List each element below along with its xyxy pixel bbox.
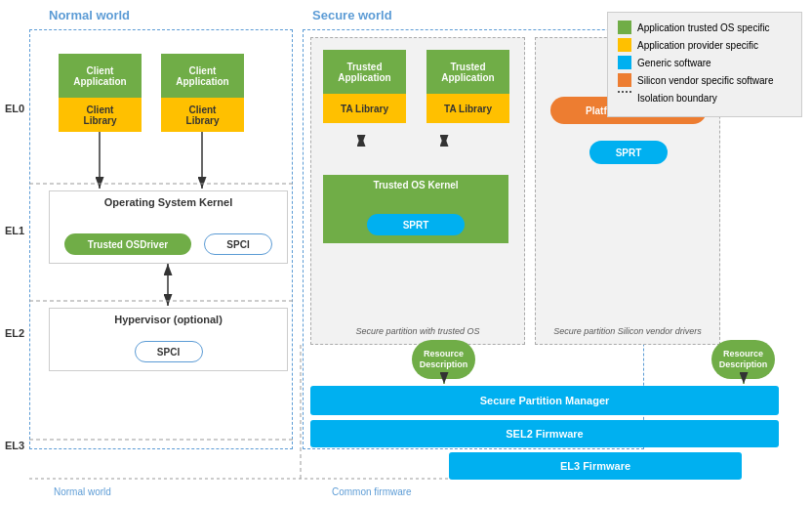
client-lib-2: Client Library [161, 98, 244, 132]
normal-world-bottom: Normal world [54, 486, 111, 497]
secure-world-label: Secure world [312, 8, 392, 22]
legend-item-blue: Generic software [618, 56, 792, 69]
hypervisor-box: Hypervisor (optional) SPCI [49, 308, 288, 371]
spm-box: Secure Partition Manager [310, 386, 779, 415]
sp-label-2: Secure partition Silicon vendor drivers [536, 326, 719, 336]
hypervisor-label: Hypervisor (optional) [50, 314, 287, 325]
el2-label: EL2 [5, 327, 24, 339]
normal-world-label: Normal world [49, 8, 130, 22]
legend-color-blue [618, 56, 631, 69]
client-lib-1: Client Library [59, 98, 142, 132]
common-firmware-label: Common firmware [332, 486, 412, 497]
trusted-app-1: Trusted Application [323, 50, 406, 94]
os-kernel-box: Operating System Kernel Trusted OSDriver… [49, 190, 288, 264]
client-app-2: Client Application [161, 54, 244, 98]
el3-box: EL3 Firmware [449, 452, 742, 480]
trusted-os-driver: Trusted OSDriver [64, 233, 191, 255]
legend-item-green: Application trusted OS specific [618, 21, 792, 34]
resource-description-1: Resource Description [412, 340, 475, 379]
legend-dots [618, 91, 631, 105]
client-app-1: Client Application [59, 54, 142, 98]
sprt-1: SPRT [367, 214, 465, 235]
el0-label: EL0 [5, 103, 24, 114]
ta-lib-1: TA Library [323, 94, 406, 123]
legend-item-dots: Isolation boundary [618, 91, 792, 105]
diagram-container: Normal world Secure world EL0 EL1 EL2 EL… [0, 0, 812, 506]
spci-2: SPCI [135, 341, 203, 362]
trusted-app-2: Trusted Application [426, 50, 509, 94]
ta-lib-2: TA Library [426, 94, 509, 123]
legend-color-green [618, 21, 631, 34]
legend-color-orange [618, 73, 631, 87]
trusted-os-kernel-label: Trusted OS Kernel [323, 180, 508, 190]
legend-item-yellow: Application provider specific [618, 38, 792, 52]
legend-item-orange: Silicon vendor specific software [618, 73, 792, 87]
el3-label: EL3 [5, 440, 24, 451]
sp-label-1: Secure partition with trusted OS [311, 326, 524, 336]
legend-color-yellow [618, 38, 631, 52]
legend: Application trusted OS specific Applicat… [607, 12, 802, 117]
os-kernel-label: Operating System Kernel [50, 196, 287, 208]
resource-description-2: Resource Description [711, 340, 775, 379]
el1-label: EL1 [5, 225, 24, 236]
sprt-2: SPRT [589, 141, 668, 164]
trusted-os-kernel-box: Trusted OS Kernel SPRT [323, 175, 508, 243]
sel2-box: SEL2 Firmware [310, 420, 779, 447]
secure-partition-1: Trusted Application TA Library Trusted A… [310, 37, 525, 345]
spci-1: SPCI [204, 233, 272, 255]
